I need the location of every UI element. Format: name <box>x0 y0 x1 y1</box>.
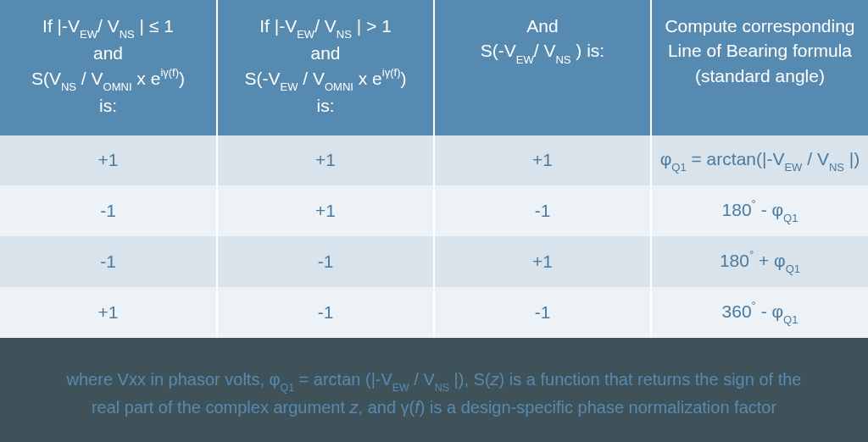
cell: -1 <box>217 287 434 338</box>
header-col-1: If |-VEW/ VNS | ≤ 1 and S(VNS / VOMNI x … <box>0 0 217 135</box>
bearing-formula-figure: If |-VEW/ VNS | ≤ 1 and S(VNS / VOMNI x … <box>0 0 868 442</box>
header-row: If |-VEW/ VNS | ≤ 1 and S(VNS / VOMNI x … <box>0 0 868 135</box>
cell: -1 <box>217 236 434 287</box>
cell: -1 <box>434 287 651 338</box>
footer-text: where Vxx in phasor volts, φQ1 = arctan … <box>67 367 802 420</box>
cell-formula: 180° + φQ1 <box>651 236 868 287</box>
cell: -1 <box>0 236 217 287</box>
cell: +1 <box>434 135 651 185</box>
table-row: -1 +1 -1 180° - φQ1 <box>0 185 868 236</box>
cell: +1 <box>217 135 434 185</box>
cell: +1 <box>0 287 217 338</box>
cell: +1 <box>217 185 434 236</box>
header-col-2: If |-VEW/ VNS | > 1 and S(-VEW / VOMNI x… <box>217 0 434 135</box>
cell: -1 <box>434 185 651 236</box>
cell: +1 <box>434 236 651 287</box>
header-col-4: Compute corresponding Line of Bearing fo… <box>651 0 868 135</box>
header-col-3: And S(-VEW/ VNS ) is: <box>434 0 651 135</box>
cell-formula: 180° - φQ1 <box>651 185 868 236</box>
cell: +1 <box>0 135 217 185</box>
cell: -1 <box>0 185 217 236</box>
bearing-table: If |-VEW/ VNS | ≤ 1 and S(VNS / VOMNI x … <box>0 0 868 338</box>
table-row: +1 +1 +1 φQ1 = arctan(|-VEW / VNS |) <box>0 135 868 185</box>
cell-formula: φQ1 = arctan(|-VEW / VNS |) <box>651 135 868 185</box>
table-row: -1 -1 +1 180° + φQ1 <box>0 236 868 287</box>
table-row: +1 -1 -1 360° - φQ1 <box>0 287 868 338</box>
footer-note: where Vxx in phasor volts, φQ1 = arctan … <box>0 338 868 442</box>
cell-formula: 360° - φQ1 <box>651 287 868 338</box>
